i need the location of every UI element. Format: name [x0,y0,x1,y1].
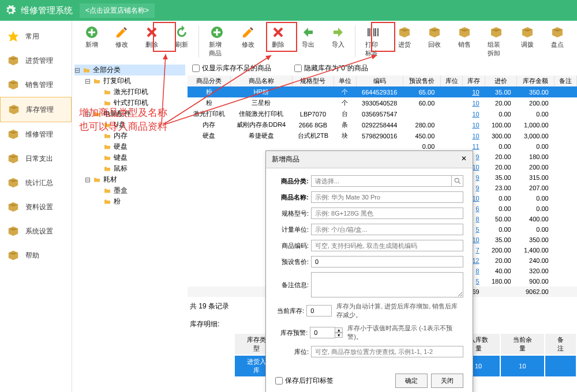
toolbar-新增[interactable]: 新增 [77,23,107,60]
toolbar-调拨[interactable]: 调拨 [512,23,542,60]
spec-input[interactable] [311,208,463,219]
toolbar-新增商品[interactable]: 新增商品 [201,23,234,60]
toolbar-导出[interactable]: 导出 [293,23,323,60]
close-icon[interactable]: ✕ [461,154,467,164]
sidebar-item-资料设置[interactable]: 资料设置 [0,195,72,219]
annotation-text: 增加商品类型及名称也可以导入商品资料 [79,106,167,134]
highlight-box [371,22,395,52]
tree-node[interactable]: 鼠标 [74,163,185,174]
sidebar-item-系统设置[interactable]: 系统设置 [0,219,72,243]
remark-input[interactable] [311,272,463,297]
toolbar-修改[interactable]: 修改 [233,23,263,60]
warn-input[interactable] [310,327,335,338]
column-header[interactable]: 进价 [485,76,517,86]
sidebar-item-常用[interactable]: 常用 [0,24,72,48]
column-header[interactable]: 商品名称 [230,76,292,86]
stock-input[interactable] [306,305,332,316]
highlight-box [153,22,176,52]
column-header[interactable]: 商品分类 [188,76,230,86]
category-input[interactable] [311,175,452,187]
sidebar-item-销售管理[interactable]: 销售管理 [0,73,72,97]
sidebar-item-库存管理[interactable]: 库存管理 [0,97,72,122]
code-input[interactable] [311,240,463,251]
detail-label: 库存明细: [190,319,219,329]
dialog-title: 新增商品 [272,154,299,164]
tree-node[interactable]: 墨盒 [74,185,185,196]
toolbar-导入[interactable]: 导入 [323,23,353,60]
tree-node[interactable]: ⊟耗材 [74,174,185,185]
column-header[interactable]: 编码 [356,76,403,86]
sidebar-item-维修管理[interactable]: 维修管理 [0,122,72,146]
table-row[interactable]: 粉HP粉个664452931665.001035.00350.00 [188,86,577,97]
toolbar-组装拆卸[interactable]: 组装拆卸 [479,23,512,60]
tree-node[interactable]: ⊟全部分类 [74,65,185,76]
column-header[interactable]: 预设售价 [403,76,440,86]
table-row[interactable]: 硬盘希捷硬盘台式机2TB块5798290016450.0010300.003,0… [188,130,577,141]
tree-node[interactable]: ⊟打复印机 [74,76,185,86]
highlight-box [266,22,297,52]
tree-node[interactable]: 激光打印机 [74,86,185,97]
sidebar-item-日常支出[interactable]: 日常支出 [0,146,72,171]
sidebar-item-帮助[interactable]: 帮助 [0,243,72,267]
total-amount: 9062.00 [517,287,554,297]
tree-node[interactable]: 粉 [74,196,185,207]
column-header[interactable]: 单位 [334,76,357,86]
shop-name-button[interactable]: <点击设置店铺名称> [80,3,155,18]
ok-button[interactable]: 确定 [395,374,428,388]
search-icon[interactable] [452,175,463,187]
table-row[interactable]: 粉三星粉个393054052860.001020.00200.00 [188,97,577,108]
table-row[interactable]: 内存威刚内存条DDR42666 8GB条0292258444280.001010… [188,119,577,130]
unit-input[interactable] [311,224,463,235]
price-input[interactable] [311,256,463,267]
toolbar: 新增修改删除刷新新增商品修改删除导出导入打印标签进货回收销售组装拆卸调拨盘点 [72,21,577,61]
add-product-dialog: 新增商品 ✕ 商品分类: 商品名称: 规格型号: 计量单位: 商品编码: 预设售… [265,150,473,392]
cancel-button[interactable]: 关闭 [431,374,463,388]
tree-node[interactable]: 键盘 [74,152,185,163]
column-header[interactable]: 库位 [440,76,463,86]
sidebar-item-统计汇总[interactable]: 统计汇总 [0,171,72,195]
gear-icon [5,5,16,16]
location-input[interactable] [311,346,463,357]
table-row[interactable]: 激光打印机佳能激光打印机LBP7070台0356957547100.000.00 [188,108,577,119]
sidebar: 常用进货管理销售管理库存管理维修管理日常支出统计汇总资料设置系统设置帮助 [0,21,72,392]
filter-hide-zero[interactable]: 隐藏库存为"0"的商品 [294,63,368,73]
column-header[interactable]: 库存金额 [517,76,554,86]
tree-node[interactable]: 硬盘 [74,141,185,152]
save-print-checkbox[interactable]: 保存后打印标签 [275,376,334,386]
column-header[interactable]: 库存 [463,76,485,86]
sidebar-item-进货管理[interactable]: 进货管理 [0,48,72,73]
stepper[interactable]: ▲▼ [335,327,343,338]
column-header[interactable]: 备注 [554,76,577,86]
column-header[interactable]: 规格型号 [292,76,334,86]
app-header: 维修管理系统 <点击设置店铺名称> [0,0,577,21]
name-input[interactable] [311,191,463,203]
toolbar-修改[interactable]: 修改 [107,23,137,60]
filter-low-stock[interactable]: 仅显示库存不足的商品 [192,63,271,73]
toolbar-盘点[interactable]: 盘点 [542,23,572,60]
toolbar-销售[interactable]: 销售 [449,23,479,60]
toolbar-回收[interactable]: 回收 [419,23,449,60]
app-title: 维修管理系统 [21,5,73,16]
